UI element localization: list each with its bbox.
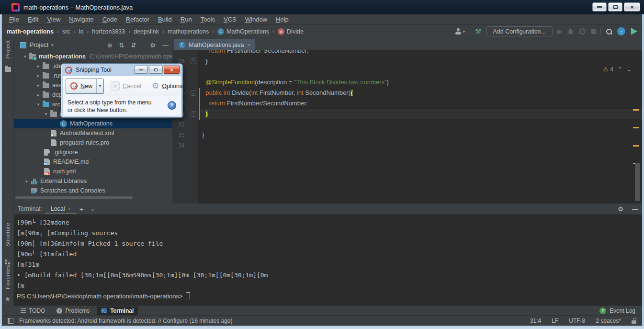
menu-run[interactable]: Run [176,15,196,24]
update-icon[interactable]: ↑ [617,27,625,35]
indent-setting[interactable]: 2 spaces* [596,318,621,324]
window-minimize-button[interactable] [592,2,607,11]
prev-warning-icon[interactable]: ⌃ [618,66,622,73]
add-configuration-button[interactable]: Add Configuration... [486,26,553,36]
cancel-button[interactable]: × Cancel [111,81,141,91]
menu-edit[interactable]: Edit [23,15,43,24]
tree-row-proguard[interactable]: proguard-rules.pro [14,138,172,147]
problems-button[interactable]: ! Problems [52,306,94,315]
tree-row-rushyml[interactable]: YML rush.yml [14,167,172,176]
help-icon[interactable]: ? [168,101,176,110]
fold-marker-icon[interactable]: ⌃ [191,111,196,117]
new-snip-dropdown[interactable]: ▾ [96,79,103,93]
menu-file[interactable]: File [5,15,23,24]
breadcrumb-item-class[interactable]: MathOperations [226,28,269,35]
tool-window-toggle-icon[interactable] [8,318,13,324]
vertical-scrollbar[interactable] [635,163,640,201]
window-restore-button[interactable] [608,2,622,11]
editor-tab-mathoperations[interactable]: C MathOperations.java × [174,39,255,50]
code-line[interactable]: return FirstNumber/SecondNumber; [202,98,308,109]
code-line[interactable]: } [202,130,204,140]
tree-row-readme[interactable]: MD README.md [14,157,172,167]
horizontal-scrollbar[interactable] [15,196,133,199]
code-line[interactable]: } [202,109,208,119]
stop-icon[interactable] [591,29,596,34]
breadcrumb-item[interactable]: deepslink [134,28,159,35]
hide-panel-icon[interactable]: — [162,42,169,49]
hide-panel-icon[interactable]: — [632,205,638,213]
options-button[interactable]: ⚙ Options [152,82,182,90]
terminal-button[interactable]: >_ Terminal [97,306,138,315]
tree-row-androidmanifest[interactable]: MF AndroidManifest.xml [14,128,172,138]
inspection-widget[interactable]: ⚠ 4 ⌃ ⌄ [603,66,632,73]
chevron-down-icon[interactable]: ⌄ [90,206,95,212]
warning-stripe-mark[interactable] [633,109,639,111]
tree-row-scratches[interactable]: Scratches and Consoles [14,186,172,195]
menu-tools[interactable]: Tools [196,15,219,24]
stripe-structure-button[interactable]: Structure [5,223,11,247]
settings-gear-icon[interactable]: ⚙ [150,42,156,49]
file-encoding[interactable]: UTF-8 [569,318,585,324]
project-panel-title[interactable]: Project [30,42,48,48]
code-line[interactable]: @SimpleFunction(description = "This Bloc… [202,77,389,88]
breadcrumb-item[interactable]: math-operations [7,28,54,35]
debug-icon[interactable] [567,28,574,35]
menu-navigate[interactable]: Navigate [65,15,98,24]
fold-marker-icon[interactable]: ⌃ [191,58,196,64]
new-snip-button[interactable]: ✂ New ▾ [66,79,104,94]
tree-expanded-icon[interactable]: ▾ [43,112,49,116]
menu-code[interactable]: Code [98,15,122,24]
menu-help[interactable]: Help [271,15,293,24]
expand-all-icon[interactable]: ⇅ [119,42,124,49]
tree-collapsed-icon[interactable]: ▸ [35,64,42,68]
tree-collapsed-icon[interactable]: ▸ [35,92,42,97]
warning-stripe-mark[interactable] [633,127,639,128]
terminal-output[interactable]: [90m└ [32mdone [m[90m┌ [mCompiling sourc… [14,215,642,306]
tab-close-icon[interactable]: × [68,206,71,212]
profiler-icon[interactable] [579,28,586,35]
tree-row-gitignore[interactable]: .gitignore [14,147,172,157]
new-session-icon[interactable]: + [79,205,84,213]
code-line[interactable]: public int Divide(int FirstNumber, int S… [202,88,353,98]
code-editor[interactable]: 26 27 28 29 30 31 32 33 34 ⌃ ⌄ ⌃ return … [172,50,642,204]
menu-refactor[interactable]: Refactor [122,15,154,24]
toolbox-icon[interactable] [630,28,637,35]
collapse-all-icon[interactable]: ⇵ [131,42,136,49]
dialog-maximize-button[interactable] [149,66,163,74]
stripe-favorites-button[interactable]: Favorites [5,265,11,289]
breadcrumb-item[interactable]: src [62,28,70,35]
breadcrumb-item-method[interactable]: Divide [287,28,304,35]
warning-stripe-mark[interactable] [633,145,639,147]
window-close-button[interactable]: × [624,2,640,11]
lock-icon[interactable] [632,320,636,324]
tree-expanded-icon[interactable]: ▾ [35,102,42,107]
menu-vcs[interactable]: VCS [219,15,241,24]
menu-build[interactable]: Build [154,15,176,24]
search-everywhere-icon[interactable] [606,28,612,35]
stripe-project-button[interactable]: Project [5,40,11,59]
line-ending[interactable]: LF [552,318,558,324]
tree-row-root[interactable]: ▾ math-operations C:\Users\HP\Desktop\ma… [14,52,172,61]
status-message[interactable]: Frameworks detected: Android framework i… [19,318,233,324]
next-warning-icon[interactable]: ⌄ [627,66,632,73]
tree-row-external-libraries[interactable]: ▸ External Libraries [14,176,172,186]
todo-button[interactable]: TODO [16,306,49,315]
event-log-button[interactable]: 2 Event Log [599,307,635,314]
breadcrumb-item[interactable]: horizon3833 [92,28,125,35]
window-titlebar[interactable]: math-operations – MathOperations.java × [0,0,644,14]
code-line[interactable]: return FirstNumber*SecondNumber; [202,50,309,56]
dialog-minimize-button[interactable] [134,66,148,74]
breadcrumb-item[interactable]: mathoperations [168,28,209,35]
tree-collapsed-icon[interactable]: ▸ [35,83,42,88]
tree-collapsed-icon[interactable]: ▸ [35,73,42,78]
menu-window[interactable]: Window [241,15,271,24]
chevron-down-icon[interactable]: ▾ [51,43,54,47]
tree-expanded-icon[interactable]: ▾ [22,54,28,59]
locate-icon[interactable]: ⊕ [107,42,113,49]
tree-collapsed-icon[interactable]: ▸ [23,179,30,183]
caret-position[interactable]: 31:4 [530,318,541,324]
run-icon[interactable]: ▶ [557,28,562,34]
tab-close-icon[interactable]: × [247,42,250,48]
tree-row-mathoperations[interactable]: C MathOperations [14,119,172,128]
terminal-tab-local[interactable]: Local × [49,204,73,214]
